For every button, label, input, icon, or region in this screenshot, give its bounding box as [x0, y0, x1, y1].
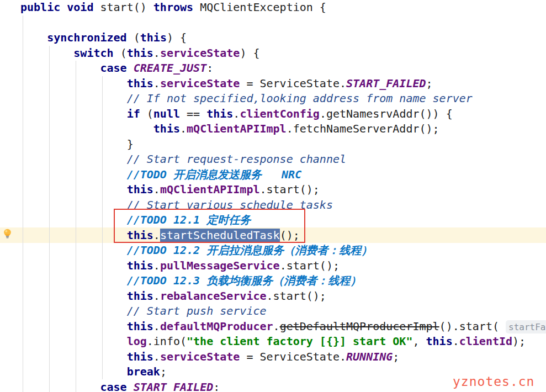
code-segment: . — [153, 46, 160, 60]
code-segment — [20, 31, 47, 44]
code-segment: // Start push service — [127, 304, 267, 317]
code-segment: ( — [147, 107, 153, 120]
code-segment: defaultMQProducer — [160, 320, 273, 333]
code-segment: mQClientAPIImpl — [160, 183, 260, 196]
code-segment: = ServiceState. — [240, 350, 346, 363]
code-segment: : — [213, 380, 220, 392]
code-line[interactable]: // Start request-response channel — [0, 152, 546, 167]
code-line[interactable]: this.defaultMQProducer.getDefaultMQProdu… — [0, 319, 546, 335]
code-segment: start() — [100, 1, 153, 14]
code-line[interactable]: if (null == this.clientConfig.getNamesrv… — [0, 107, 546, 122]
code-segment: ; — [393, 350, 399, 363]
code-line[interactable]: this.serviceState = ServiceState.RUNNING… — [0, 349, 546, 365]
code-line[interactable]: synchronized (this) { — [0, 30, 546, 46]
code-segment: . — [153, 259, 160, 272]
parameter-hint: startFact — [506, 320, 546, 333]
code-segment: this — [127, 259, 153, 272]
code-segment: serviceState — [160, 77, 240, 90]
code-segment: this — [153, 122, 180, 135]
code-segment — [20, 168, 127, 181]
code-line[interactable]: //TODO 开启消息发送服务 NRC — [0, 167, 546, 183]
code-segment: throws — [153, 1, 200, 14]
code-segment — [20, 107, 127, 120]
code-line[interactable]: log.info("the client factory [{}] start … — [0, 334, 546, 349]
code-segment: mQClientAPIImpl — [187, 122, 287, 135]
code-segment: ) { — [240, 46, 259, 60]
code-segment: } — [20, 137, 134, 151]
code-segment: null — [153, 107, 187, 120]
code-segment: , — [412, 335, 426, 348]
code-segment — [20, 46, 73, 60]
code-line[interactable]: switch (this.serviceState) { — [0, 46, 546, 61]
code-segment: clientId — [459, 335, 512, 348]
code-segment: = ServiceState. — [240, 77, 346, 90]
code-segment: == — [187, 107, 206, 120]
code-segment: // If not specified,looking address from… — [127, 92, 473, 105]
code-line[interactable]: this.pullMessageService.start(); — [0, 258, 546, 274]
code-segment: switch — [73, 46, 120, 60]
code-segment: this — [206, 107, 233, 120]
code-segment: synchronized — [47, 31, 134, 44]
code-segment — [20, 183, 127, 196]
code-line[interactable]: this.serviceState = ServiceState.START_F… — [0, 76, 546, 92]
code-segment: this — [426, 335, 453, 348]
code-editor: public void start() throws MQClientExcep… — [0, 0, 546, 392]
code-segment — [20, 320, 127, 333]
watermark: yznotes.cn — [453, 374, 534, 390]
code-segment: . — [273, 320, 280, 333]
code-segment — [20, 289, 127, 303]
code-segment: this — [127, 77, 153, 90]
code-line[interactable]: case CREATE_JUST: — [0, 61, 546, 76]
code-segment: "the client factory [{}] start OK" — [187, 335, 412, 348]
code-segment: ( — [134, 31, 140, 44]
code-line[interactable]: this.mQClientAPIImpl.fetchNameServerAddr… — [0, 121, 546, 137]
code-segment — [20, 335, 127, 348]
code-segment: RUNNING — [346, 350, 393, 363]
code-line[interactable]: } — [0, 137, 546, 152]
code-segment: . — [233, 107, 240, 120]
code-segment: getDefaultMQProducerImpl — [280, 320, 439, 333]
code-segment: this — [140, 31, 167, 44]
code-line[interactable] — [0, 15, 546, 31]
code-segment: case — [100, 380, 134, 392]
code-segment: rebalanceService — [160, 289, 267, 303]
code-segment: CREATE_JUST — [134, 61, 206, 75]
code-segment: this — [127, 289, 153, 303]
code-segment: MQClientException { — [200, 1, 326, 14]
code-area[interactable]: public void start() throws MQClientExcep… — [0, 0, 546, 392]
code-segment: this — [127, 183, 153, 196]
code-segment: . — [153, 289, 160, 303]
code-segment — [20, 122, 153, 135]
code-segment — [20, 259, 127, 272]
code-line[interactable]: // If not specified,looking address from… — [0, 91, 546, 107]
code-segment: this — [127, 320, 153, 333]
code-segment: ( — [120, 46, 127, 60]
code-segment — [20, 92, 127, 105]
code-segment: clientConfig — [240, 107, 320, 120]
code-segment: //TODO 12.3 负载均衡服务（消费者：线程） — [127, 274, 362, 287]
code-segment — [20, 365, 127, 378]
code-segment: ().start( — [439, 320, 506, 333]
code-segment: pullMessageService — [160, 259, 280, 272]
code-segment: .start(); — [280, 259, 340, 272]
code-segment: if — [127, 107, 147, 120]
code-segment: log — [127, 335, 147, 348]
code-segment: .start(); — [260, 183, 320, 196]
code-line[interactable]: this.rebalanceService.start(); — [0, 289, 546, 304]
code-segment — [20, 152, 127, 166]
code-segment: case — [100, 61, 134, 75]
code-segment: : — [206, 61, 213, 75]
lightbulb-icon[interactable] — [2, 228, 13, 239]
code-segment: serviceState — [160, 46, 240, 60]
code-segment: ); — [512, 335, 526, 348]
code-segment: break — [127, 365, 160, 378]
code-line[interactable]: //TODO 12.2 开启拉消息服务（消费者：线程） — [0, 243, 546, 258]
code-segment: . — [153, 350, 160, 363]
code-line[interactable]: this.mQClientAPIImpl.start(); — [0, 182, 546, 198]
code-line[interactable]: //TODO 12.3 负载均衡服务（消费者：线程） — [0, 273, 546, 289]
code-segment: // Start request-response channel — [127, 152, 346, 166]
code-line[interactable]: public void start() throws MQClientExcep… — [0, 0, 546, 15]
code-segment — [20, 274, 127, 287]
code-segment: ; — [426, 77, 433, 90]
code-line[interactable]: // Start push service — [0, 304, 546, 319]
